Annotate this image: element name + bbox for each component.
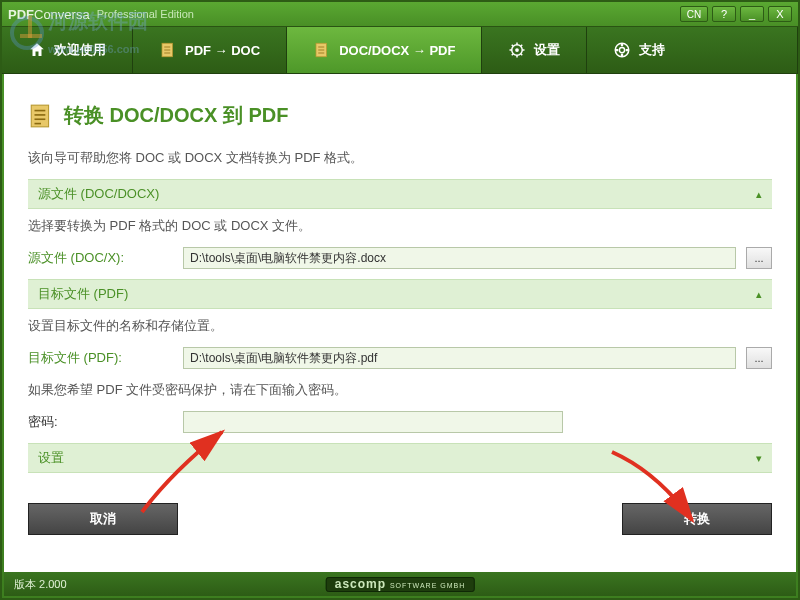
- tab-label: PDF → DOC: [185, 43, 260, 58]
- section-target-label: 目标文件 (PDF): [38, 285, 128, 303]
- section-target-header[interactable]: 目标文件 (PDF) ▴: [28, 279, 772, 309]
- home-icon: [28, 41, 46, 59]
- minimize-button[interactable]: _: [740, 6, 764, 22]
- brand-sub: SOFTWARE GMBH: [390, 582, 465, 589]
- source-file-row: 源文件 (DOC/X): ...: [28, 247, 772, 269]
- window-controls: CN ? _ X: [680, 6, 792, 22]
- section-settings-header[interactable]: 设置 ▾: [28, 443, 772, 473]
- gear-icon: [508, 41, 526, 59]
- app-edition: [92, 8, 95, 20]
- version-text: 版本 2.000: [14, 577, 67, 592]
- tab-settings[interactable]: 设置: [482, 27, 587, 73]
- source-file-input[interactable]: [183, 247, 736, 269]
- tab-label: DOC/DOCX → PDF: [339, 43, 455, 58]
- svg-point-9: [516, 48, 520, 52]
- page-title: 转换 DOC/DOCX 到 PDF: [28, 102, 772, 129]
- tab-label: 设置: [534, 41, 560, 59]
- source-browse-button[interactable]: ...: [746, 247, 772, 269]
- app-window: 河源软件园 www.pc0356.com PDF Conversa Profes…: [0, 0, 800, 600]
- target-browse-button[interactable]: ...: [746, 347, 772, 369]
- brand-badge: ascomp SOFTWARE GMBH: [326, 577, 475, 591]
- page-intro: 该向导可帮助您将 DOC 或 DOCX 文档转换为 PDF 格式。: [28, 149, 772, 167]
- doc-icon: [313, 41, 331, 59]
- tab-label: 欢迎使用: [54, 41, 106, 59]
- button-bar: 取消 转换: [28, 503, 772, 535]
- app-title: Conversa: [34, 7, 90, 22]
- tab-label: 支持: [639, 41, 665, 59]
- cancel-button[interactable]: 取消: [28, 503, 178, 535]
- svg-point-11: [620, 47, 625, 52]
- tab-welcome[interactable]: 欢迎使用: [2, 27, 133, 73]
- password-hint: 如果您希望 PDF 文件受密码保护，请在下面输入密码。: [28, 381, 772, 399]
- doc-icon: [28, 103, 54, 129]
- language-button[interactable]: CN: [680, 6, 708, 22]
- target-file-label: 目标文件 (PDF):: [28, 349, 173, 367]
- password-row: 密码:: [28, 411, 772, 433]
- target-file-input[interactable]: [183, 347, 736, 369]
- chevron-up-icon: ▴: [756, 188, 762, 201]
- convert-button[interactable]: 转换: [622, 503, 772, 535]
- status-bar: 版本 2.000 ascomp SOFTWARE GMBH: [4, 572, 796, 596]
- close-button[interactable]: X: [768, 6, 792, 22]
- brand-name: ascomp: [335, 577, 386, 591]
- tab-support[interactable]: 支持: [587, 27, 798, 73]
- section-source-header[interactable]: 源文件 (DOC/DOCX) ▴: [28, 179, 772, 209]
- tab-pdf-to-doc[interactable]: PDF → DOC: [133, 27, 287, 73]
- target-file-row: 目标文件 (PDF): ...: [28, 347, 772, 369]
- main-content: 转换 DOC/DOCX 到 PDF 该向导可帮助您将 DOC 或 DOCX 文档…: [4, 74, 796, 572]
- app-edition-text: Professional Edition: [97, 8, 194, 20]
- target-hint: 设置目标文件的名称和存储位置。: [28, 317, 772, 335]
- source-file-label: 源文件 (DOC/X):: [28, 249, 173, 267]
- tab-doc-to-pdf[interactable]: DOC/DOCX → PDF: [287, 27, 482, 73]
- doc-icon: [159, 41, 177, 59]
- source-hint: 选择要转换为 PDF 格式的 DOC 或 DOCX 文件。: [28, 217, 772, 235]
- page-title-text: 转换 DOC/DOCX 到 PDF: [64, 102, 288, 129]
- chevron-up-icon: ▴: [756, 288, 762, 301]
- password-label: 密码:: [28, 413, 173, 431]
- password-input[interactable]: [183, 411, 563, 433]
- tab-bar: 欢迎使用 PDF → DOC DOC/DOCX → PDF 设置 支持: [2, 26, 798, 74]
- section-settings-label: 设置: [38, 449, 64, 467]
- section-source-label: 源文件 (DOC/DOCX): [38, 185, 159, 203]
- app-title-prefix: PDF: [8, 7, 34, 22]
- chevron-down-icon: ▾: [756, 452, 762, 465]
- help-button[interactable]: ?: [712, 6, 736, 22]
- support-icon: [613, 41, 631, 59]
- titlebar: PDF Conversa Professional Edition CN ? _…: [2, 2, 798, 26]
